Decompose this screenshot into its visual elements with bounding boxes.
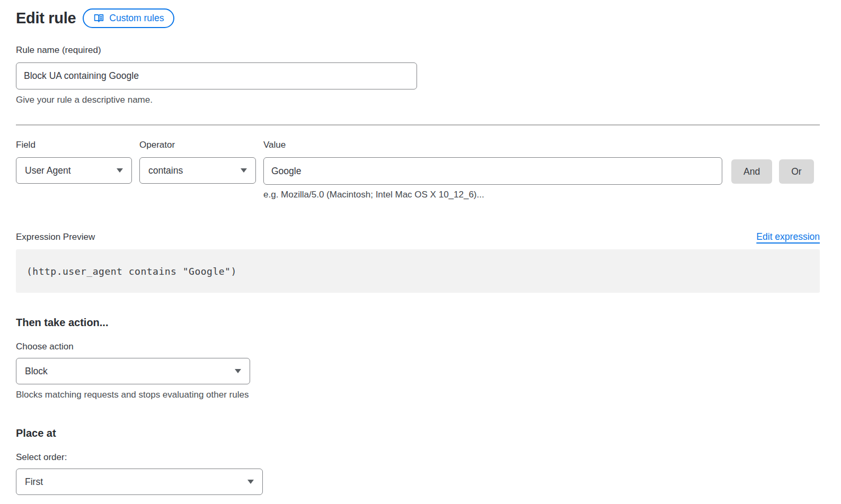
- page-title: Edit rule: [16, 10, 76, 27]
- order-select-value: First: [25, 476, 43, 488]
- or-button[interactable]: Or: [779, 159, 813, 184]
- value-label: Value: [263, 140, 722, 150]
- select-order-label: Select order:: [16, 452, 820, 463]
- page-header: Edit rule Custom rules: [16, 8, 820, 28]
- field-select-value: User Agent: [25, 165, 71, 176]
- custom-rules-button[interactable]: Custom rules: [83, 8, 174, 28]
- and-button[interactable]: And: [731, 159, 772, 184]
- chevron-down-icon: [247, 480, 254, 484]
- field-column: Field User Agent: [16, 140, 132, 184]
- chevron-down-icon: [241, 168, 247, 173]
- expression-header: Expression Preview Edit expression: [16, 231, 820, 242]
- rule-name-section: Rule name (required) Give your rule a de…: [16, 45, 820, 105]
- action-heading: Then take action...: [16, 317, 820, 329]
- rule-name-help: Give your rule a descriptive name.: [16, 95, 820, 105]
- order-select[interactable]: First: [16, 469, 263, 495]
- operator-select-value: contains: [148, 165, 183, 176]
- andor-buttons: And Or: [731, 140, 814, 184]
- action-select[interactable]: Block: [16, 358, 250, 384]
- chevron-down-icon: [235, 369, 241, 373]
- field-label: Field: [16, 140, 132, 150]
- operator-select[interactable]: contains: [139, 157, 256, 184]
- value-input[interactable]: [263, 157, 722, 185]
- operator-label: Operator: [139, 140, 256, 150]
- field-select[interactable]: User Agent: [16, 157, 132, 184]
- action-select-value: Block: [25, 366, 48, 377]
- expression-preview-box: (http.user_agent contains "Google"): [16, 249, 820, 293]
- custom-rules-button-label: Custom rules: [109, 13, 164, 24]
- operator-column: Operator contains: [139, 140, 256, 184]
- choose-action-label: Choose action: [16, 341, 820, 352]
- edit-rule-form: Edit rule Custom rules Rule name (requir…: [16, 8, 820, 495]
- edit-expression-link[interactable]: Edit expression: [756, 231, 820, 242]
- chevron-down-icon: [117, 168, 123, 173]
- book-open-icon: [93, 13, 104, 24]
- condition-row: Field User Agent Operator contains Value…: [16, 140, 820, 185]
- value-help: e.g. Mozilla/5.0 (Macintosh; Intel Mac O…: [263, 190, 820, 200]
- place-at-heading: Place at: [16, 427, 820, 439]
- rule-name-input[interactable]: [16, 62, 417, 89]
- rule-name-label: Rule name (required): [16, 45, 820, 56]
- action-help: Blocks matching requests and stops evalu…: [16, 390, 820, 400]
- expression-preview-code: (http.user_agent contains "Google"): [26, 266, 237, 277]
- value-column: Value: [263, 140, 722, 185]
- expression-preview-label: Expression Preview: [16, 232, 95, 242]
- section-divider: [16, 124, 820, 125]
